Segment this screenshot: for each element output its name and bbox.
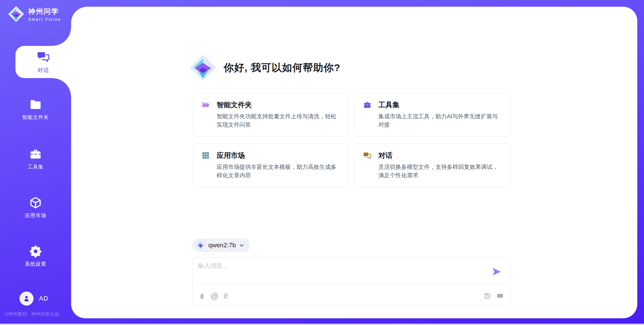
tab-fillet-bottom — [53, 78, 71, 96]
sidebar-item-chat[interactable]: 对话 — [15, 46, 71, 78]
cube-icon — [29, 196, 42, 209]
attach-button[interactable] — [198, 293, 206, 300]
avatar — [19, 291, 34, 306]
card-app-market[interactable]: 应用市场 应用市场提供丰富长文本模板，助力高效生成多样化文章内容 — [193, 143, 349, 187]
feature-cards: 智能文件夹 智能文件夹功能支持批量文件上传与清洗，轻松实现文件问答 工具集 集成… — [193, 93, 511, 187]
sidebar-item-label: 系统设置 — [25, 261, 46, 267]
model-diamond-icon — [196, 241, 205, 250]
card-smart-folder[interactable]: 智能文件夹 智能文件夹功能支持批量文件上传与清洗，轻松实现文件问答 — [193, 93, 349, 137]
sidebar-item-label: 智能文件夹 — [22, 114, 49, 121]
history-button[interactable] — [483, 292, 491, 300]
sidebar-item-label: 对话 — [38, 67, 49, 74]
sidebar-item-settings[interactable]: 系统设置 — [0, 245, 71, 267]
grid-icon — [201, 151, 210, 160]
copyright: ©神州数码 · 神州问学出品 — [5, 311, 59, 317]
card-title: 对话 — [378, 151, 392, 160]
brand-subtitle: Smart Vision — [28, 17, 61, 22]
chat-bubble-icon — [496, 292, 504, 300]
greeting-diamond-icon — [189, 54, 217, 82]
chat-icon — [363, 151, 372, 160]
history-icon — [483, 292, 491, 300]
card-description: 应用市场提供丰富长文本模板，助力高效生成多样化文章内容 — [217, 163, 340, 180]
card-title: 应用市场 — [217, 151, 245, 160]
tab-fillet-top — [53, 27, 71, 46]
brand-diamond-icon — [7, 5, 25, 23]
folder-icon — [29, 98, 42, 111]
card-description: 智能文件夹功能支持批量文件上传与清洗，轻松实现文件问答 — [217, 112, 340, 129]
send-icon — [492, 267, 502, 277]
hashtag-button[interactable]: # — [223, 292, 228, 300]
greeting: 你好, 我可以如何帮助你? — [189, 54, 340, 82]
sidebar-item-app-market[interactable]: 应用市场 — [0, 196, 71, 219]
model-selector[interactable]: qwen2:7b — [192, 239, 250, 252]
card-title: 工具集 — [378, 100, 399, 110]
card-description: 集成市场上主流工具，助力AI与外界无缝扩展与对接 — [378, 112, 502, 129]
chat-icon — [37, 50, 50, 65]
folder-icon — [201, 101, 210, 109]
card-title: 智能文件夹 — [217, 100, 252, 110]
sidebar-item-label: 工具集 — [28, 164, 44, 170]
window-bottom-edge — [0, 324, 644, 325]
card-toolset[interactable]: 工具集 集成市场上主流工具，助力AI与外界无缝扩展与对接 — [355, 93, 511, 137]
message-input[interactable] — [198, 262, 486, 281]
brand[interactable]: 神州问学 Smart Vision — [7, 5, 61, 23]
card-description: 灵活切换多模型文件，支持多样回复效果调试，满足个性化需求 — [378, 163, 502, 180]
brand-name: 神州问学 — [28, 7, 61, 16]
sidebar-item-smart-folder[interactable]: 智能文件夹 — [0, 98, 71, 121]
user-name: AD — [39, 295, 48, 302]
user-profile[interactable]: AD — [19, 291, 48, 306]
chevron-down-icon — [239, 243, 244, 248]
greeting-text: 你好, 我可以如何帮助你? — [224, 61, 340, 75]
gear-icon — [29, 245, 42, 258]
chat-history-button[interactable] — [496, 292, 504, 300]
card-chat[interactable]: 对话 灵活切换多模型文件，支持多样回复效果调试，满足个性化需求 — [355, 143, 511, 187]
sidebar-item-toolset[interactable]: 工具集 — [0, 147, 71, 170]
composer: @ # — [192, 257, 510, 306]
app-window: 神州问学 Smart Vision 对话 智能文件夹 工具集 — [0, 0, 644, 325]
model-name: qwen2:7b — [208, 242, 236, 249]
sidebar-item-label: 应用市场 — [25, 212, 46, 219]
toolbox-icon — [29, 147, 42, 161]
mention-button[interactable]: @ — [211, 292, 218, 300]
paperclip-icon — [198, 293, 206, 300]
send-button[interactable] — [492, 266, 502, 277]
composer-divider — [196, 284, 506, 284]
toolbox-icon — [363, 101, 372, 109]
